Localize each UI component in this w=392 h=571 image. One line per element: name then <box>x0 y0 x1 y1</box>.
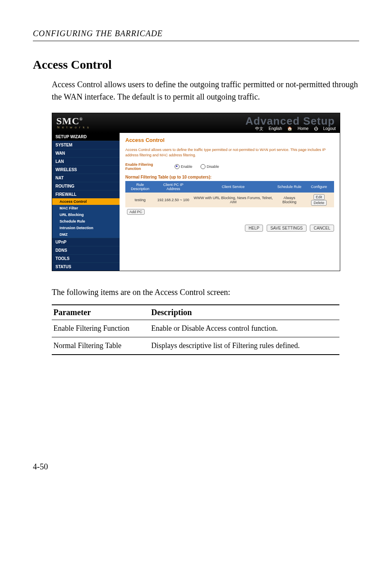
filtering-table: Rule Description Client PC IP Address Cl… <box>125 181 334 216</box>
disable-radio-label: Disable <box>207 165 219 169</box>
th-schedule: Schedule Rule <box>275 181 304 193</box>
sidebar-routing[interactable]: ROUTING <box>52 182 120 190</box>
section-title: Access Control <box>33 58 359 72</box>
lang-row: 中文 English 🏠 Home ⏻ Logout <box>251 126 336 132</box>
sidebar-upnp[interactable]: UPnP <box>52 238 120 246</box>
sidebar-intrusion-detection[interactable]: Intrusion Detection <box>52 225 120 231</box>
sidebar-wan[interactable]: WAN <box>52 149 120 157</box>
td-schedule: Always Blocking <box>275 193 304 207</box>
td-configure: Edit Delete <box>304 193 334 207</box>
content-desc: Access Control allows users to define th… <box>125 147 334 158</box>
save-button[interactable]: SAVE SETTINGS <box>267 225 307 232</box>
sidebar-setup-wizard[interactable]: SETUP WIZARD <box>52 133 120 141</box>
sidebar-wireless[interactable]: WIRELESS <box>52 165 120 174</box>
td-rule: testing <box>125 193 155 207</box>
enable-radio[interactable]: Enable <box>175 164 192 169</box>
th-ip: Client PC IP Address <box>155 181 191 193</box>
brand-sup: ® <box>79 117 83 121</box>
sidebar-mac-filter[interactable]: MAC Filter <box>52 205 120 211</box>
param-r1c1: Enable Filtering Function <box>52 320 150 337</box>
sidebar-system[interactable]: SYSTEM <box>52 141 120 149</box>
sidebar-status[interactable]: STATUS <box>52 262 120 271</box>
head-rule <box>33 41 359 41</box>
home-link[interactable]: 🏠 Home <box>287 126 308 131</box>
sidebar-tools[interactable]: TOOLS <box>52 254 120 262</box>
sidebar-url-blocking[interactable]: URL Blocking <box>52 211 120 218</box>
sidebar-dmz[interactable]: DMZ <box>52 231 120 238</box>
th-configure: Configure <box>304 181 334 193</box>
add-pc-button[interactable]: Add PC <box>127 209 145 215</box>
param-r2c1: Normal Filtering Table <box>52 337 150 355</box>
brand-text: SMC <box>56 116 79 126</box>
intro-paragraph: Access Control allows users to define th… <box>52 78 359 103</box>
running-head: CONFIGURING THE BARRICADE <box>33 29 359 38</box>
below-para: The following items are on the Access Co… <box>52 288 359 297</box>
brand-logo: SMC® <box>56 116 83 127</box>
cancel-button[interactable]: CANCEL <box>310 225 334 232</box>
radio-circle-icon <box>201 164 205 169</box>
th-rule: Rule Description <box>125 181 155 193</box>
sidebar: SETUP WIZARD SYSTEM WAN LAN WIRELESS NAT… <box>52 133 120 271</box>
lang-zh[interactable]: 中文 <box>255 126 263 131</box>
content-title: Access Control <box>125 137 334 143</box>
sidebar-ddns[interactable]: DDNS <box>52 246 120 254</box>
logout-link[interactable]: ⏻ Logout <box>314 126 336 131</box>
sidebar-access-control[interactable]: Access Control <box>52 198 120 205</box>
param-r2c2: Displays descriptive list of Filtering r… <box>150 337 339 355</box>
enable-radio-label: Enable <box>181 165 192 169</box>
delete-button[interactable]: Delete <box>311 200 327 206</box>
parameter-table: Parameter Description Enable Filtering F… <box>52 304 339 355</box>
sidebar-lan[interactable]: LAN <box>52 157 120 165</box>
radio-circle-icon <box>175 164 180 169</box>
param-header: Parameter <box>52 305 150 320</box>
brand-sub: N e t w o r k s <box>57 125 90 129</box>
topbar: SMC® N e t w o r k s Advanced Setup 中文 E… <box>52 113 340 133</box>
sidebar-firewall[interactable]: FIREWALL <box>52 190 120 198</box>
lang-en[interactable]: English <box>269 126 282 131</box>
td-ip: 192.168.2.50 ~ 100 <box>155 193 191 207</box>
help-button[interactable]: HELP <box>245 225 263 232</box>
edit-button[interactable]: Edit <box>314 194 325 200</box>
desc-header: Description <box>150 305 339 320</box>
disable-radio[interactable]: Disable <box>201 164 219 169</box>
filtering-table-title: Normal Filtering Table (up to 10 compute… <box>125 175 334 179</box>
sidebar-schedule-rule[interactable]: Schedule Rule <box>52 218 120 225</box>
param-r1c2: Enable or Disable Access control functio… <box>150 320 339 337</box>
home-label: Home <box>297 126 309 131</box>
th-service: Client Service <box>191 181 275 193</box>
td-service: WWW with URL Blocking, News Forums, Teln… <box>191 193 275 207</box>
router-screenshot: SMC® N e t w o r k s Advanced Setup 中文 E… <box>52 113 340 271</box>
logout-label: Logout <box>323 126 336 131</box>
enable-filtering-label: Enable Filtering Function <box>125 162 166 171</box>
content-pane: Access Control Access Control allows use… <box>120 133 340 271</box>
sidebar-nat[interactable]: NAT <box>52 174 120 182</box>
page-number: 4-50 <box>33 462 359 471</box>
